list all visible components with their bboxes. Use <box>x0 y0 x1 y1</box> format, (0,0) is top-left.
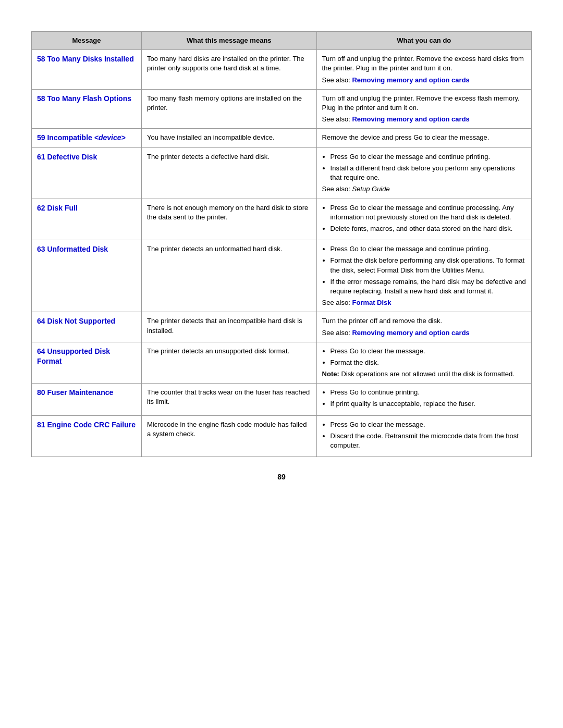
table-row: 58 Too Many Disks InstalledToo many hard… <box>32 50 532 90</box>
action-list: Press Go to clear the message and contin… <box>322 203 526 234</box>
means-cell: The counter that tracks wear on the fuse… <box>141 384 316 415</box>
message-cell: 58 Too Many Disks Installed <box>32 50 142 90</box>
message-cell: 63 Unformatted Disk <box>32 240 142 312</box>
means-cell: Too many flash memory options are instal… <box>141 89 316 129</box>
action-cell: Press Go to clear the message.Format the… <box>316 342 531 384</box>
table-row: 64 Unsupported Disk FormatThe printer de… <box>32 342 532 384</box>
see-also: See also: Format Disk <box>322 298 526 307</box>
table-row: 62 Disk FullThere is not enough memory o… <box>32 199 532 240</box>
action-cell: Turn off and unplug the printer. Remove … <box>316 89 531 129</box>
message-cell: 62 Disk Full <box>32 199 142 240</box>
message-cell: 64 Unsupported Disk Format <box>32 342 142 384</box>
means-cell: You have installed an incompatible devic… <box>141 129 316 148</box>
message-title: 64 Disk Not Supported <box>37 317 115 325</box>
table-row: 61 Defective DiskThe printer detects a d… <box>32 147 532 199</box>
message-cell: 64 Disk Not Supported <box>32 312 142 342</box>
action-cell: Press Go to continue printing.If print q… <box>316 384 531 415</box>
action-text: Turn off and unplug the printer. Remove … <box>322 54 526 73</box>
action-list: Press Go to clear the message and contin… <box>322 152 526 183</box>
message-title: 80 Fuser Maintenance <box>37 388 113 397</box>
see-also: See also: Removing memory and option car… <box>322 76 526 85</box>
see-also-link[interactable]: Removing memory and option cards <box>352 76 469 84</box>
means-cell: Microcode in the engine flash code modul… <box>141 415 316 457</box>
means-cell: The printer detects a defective hard dis… <box>141 147 316 199</box>
see-also-link[interactable]: Format Disk <box>352 299 391 306</box>
message-title: 58 Too Many Disks Installed <box>37 55 134 63</box>
action-list-item: Format the disk. <box>331 358 526 367</box>
action-cell: Turn off and unplug the printer. Remove … <box>316 50 531 90</box>
message-title: 63 Unformatted Disk <box>37 245 108 253</box>
action-list-item: Press Go to clear the message and contin… <box>331 152 526 162</box>
message-cell: 59 Incompatible <device> <box>32 129 142 148</box>
message-cell: 80 Fuser Maintenance <box>32 384 142 415</box>
action-cell: Remove the device and press Go to clear … <box>316 129 531 148</box>
col-header-action: What you can do <box>316 32 531 50</box>
means-cell: There is not enough memory on the hard d… <box>141 199 316 240</box>
means-cell: The printer detects that an incompatible… <box>141 312 316 342</box>
action-cell: Press Go to clear the message and contin… <box>316 147 531 199</box>
action-text: Turn off and unplug the printer. Remove … <box>322 94 526 113</box>
see-also-link[interactable]: Removing memory and option cards <box>352 329 469 337</box>
action-list: Press Go to clear the message.Discard th… <box>322 420 526 451</box>
table-header-row: Message What this message means What you… <box>32 32 532 50</box>
means-cell: The printer detects an unformatted hard … <box>141 240 316 312</box>
action-list-item: Press Go to clear the message. <box>331 420 526 429</box>
action-list-item: Press Go to clear the message. <box>331 347 526 356</box>
message-cell: 61 Defective Disk <box>32 147 142 199</box>
col-header-means: What this message means <box>141 32 316 50</box>
action-list-item: Press Go to clear the message and contin… <box>331 203 526 222</box>
action-cell: Press Go to clear the message.Discard th… <box>316 415 531 457</box>
action-list: Press Go to clear the message and contin… <box>322 244 526 296</box>
col-header-message: Message <box>32 32 142 50</box>
message-title: 64 Unsupported Disk Format <box>37 347 110 366</box>
table-row: 81 Engine Code CRC FailureMicrocode in t… <box>32 415 532 457</box>
action-text: Remove the device and press Go to clear … <box>322 133 526 142</box>
page-number: 89 <box>277 473 286 481</box>
message-cell: 81 Engine Code CRC Failure <box>32 415 142 457</box>
action-cell: Press Go to clear the message and contin… <box>316 240 531 312</box>
action-list-item: If print quality is unacceptable, replac… <box>331 399 526 409</box>
message-title: 58 Too Many Flash Options <box>37 94 131 103</box>
see-also: See also: Removing memory and option car… <box>322 328 526 338</box>
see-also-link[interactable]: Setup Guide <box>352 185 389 193</box>
table-row: 58 Too Many Flash OptionsToo many flash … <box>32 89 532 129</box>
means-cell: The printer detects an unsupported disk … <box>141 342 316 384</box>
action-list-item: Delete fonts, macros, and other data sto… <box>331 224 526 233</box>
means-cell: Too many hard disks are installed on the… <box>141 50 316 90</box>
action-list-item: If the error message remains, the hard d… <box>331 277 526 296</box>
action-list-item: Format the disk before performing any di… <box>331 256 526 275</box>
action-note: Note: Disk operations are not allowed un… <box>322 369 526 379</box>
table-row: 80 Fuser MaintenanceThe counter that tra… <box>32 384 532 415</box>
see-also: See also: Removing memory and option car… <box>322 115 526 124</box>
see-also: See also: Setup Guide <box>322 184 526 194</box>
action-cell: Press Go to clear the message and contin… <box>316 199 531 240</box>
action-cell: Turn the printer off and remove the disk… <box>316 312 531 342</box>
action-list: Press Go to continue printing.If print q… <box>322 388 526 409</box>
action-list-item: Install a different hard disk before you… <box>331 164 526 182</box>
action-list: Press Go to clear the message.Format the… <box>322 347 526 367</box>
action-list-item: Discard the code. Retransmit the microco… <box>331 431 526 450</box>
message-title: 61 Defective Disk <box>37 153 97 161</box>
table-row: 64 Disk Not SupportedThe printer detects… <box>32 312 532 342</box>
table-row: 59 Incompatible <device>You have install… <box>32 129 532 148</box>
action-text: Turn the printer off and remove the disk… <box>322 316 526 326</box>
main-table-container: Message What this message means What you… <box>31 31 532 457</box>
action-list-item: Press Go to clear the message and contin… <box>331 244 526 254</box>
error-messages-table: Message What this message means What you… <box>31 31 532 457</box>
message-cell: 58 Too Many Flash Options <box>32 89 142 129</box>
table-row: 63 Unformatted DiskThe printer detects a… <box>32 240 532 312</box>
action-list-item: Press Go to continue printing. <box>331 388 526 397</box>
message-title: 59 Incompatible <device> <box>37 133 126 142</box>
message-title: 62 Disk Full <box>37 204 78 212</box>
message-title: 81 Engine Code CRC Failure <box>37 421 136 429</box>
see-also-link[interactable]: Removing memory and option cards <box>352 115 469 123</box>
